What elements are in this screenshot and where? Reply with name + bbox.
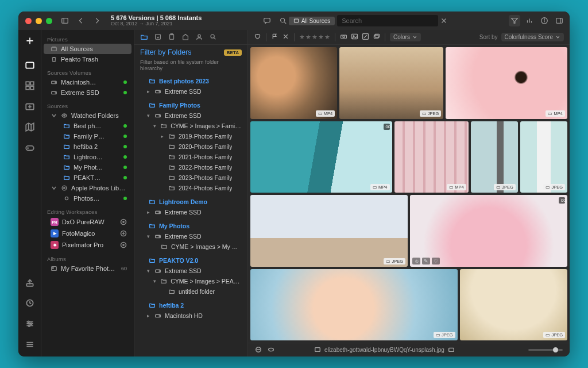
thumbnail[interactable]: ▭ MP4 [394, 121, 469, 193]
close-window-icon[interactable] [25, 18, 32, 24]
folder-tree-item[interactable]: 2022-Photos Family [138, 162, 244, 172]
rail-browse-icon[interactable] [24, 59, 36, 71]
folder-tree-item[interactable]: Family Photos [138, 100, 244, 110]
thumb-action-icons[interactable]: ⎋✎♡ [412, 258, 440, 264]
sort-field-dropdown[interactable]: Colorfulness Score [501, 33, 564, 41]
panel-right-icon[interactable] [554, 15, 565, 26]
chevron-icon[interactable]: ▸ [160, 133, 165, 139]
folder-tree-item[interactable]: 2020-Photos Family [138, 141, 244, 152]
folder-tree-item[interactable]: ▾CYME > Images > Family Photos [138, 121, 244, 131]
fullscreen-window-icon[interactable] [46, 18, 52, 24]
folder-tree-item[interactable]: 2024-Photos Family [138, 183, 244, 193]
sidebar-item[interactable]: Apple Photos Libra… [44, 183, 131, 193]
status-view2-icon[interactable] [268, 346, 274, 354]
chevron-icon[interactable]: ▾ [153, 123, 157, 129]
reject-flag-icon[interactable] [282, 33, 289, 41]
rail-settings-icon[interactable] [24, 317, 36, 330]
chevron-icon[interactable]: ▸ [146, 89, 151, 94]
thumbnail[interactable]: ▭ MP4 [250, 47, 337, 119]
folder-tree-item[interactable]: ▾Extreme SSD [138, 231, 244, 241]
thumbnail[interactable]: ▭ JPEG [339, 47, 443, 119]
folder-tree-item[interactable]: ▾Extreme SSD [138, 110, 244, 121]
status-view1-icon[interactable] [255, 346, 262, 354]
sidebar-item[interactable]: All Sources [44, 44, 131, 54]
chevron-icon[interactable]: ▾ [153, 278, 157, 284]
thumbnail[interactable]: 00:00:14⎋✎♡ [410, 195, 567, 267]
add-workspace-icon[interactable] [120, 230, 127, 237]
sidebar-item[interactable]: Watched Folders [44, 110, 131, 121]
sidebar-item[interactable]: PEAKT… [44, 172, 131, 183]
info-icon[interactable] [539, 15, 550, 26]
sidebar-item[interactable]: ◆Pixelmator Pro [44, 239, 131, 251]
chevron-icon[interactable]: ▾ [146, 268, 151, 274]
zoom-slider[interactable] [528, 349, 563, 351]
folder-tree-item[interactable]: 2023-Photos Family [138, 172, 244, 183]
add-icon[interactable] [24, 34, 36, 47]
thumbnail[interactable]: ▭ JPEG [520, 121, 567, 193]
folder-tree-item[interactable]: Best photos 2023 [138, 76, 244, 86]
chat-icon[interactable] [261, 15, 273, 26]
back-icon[interactable] [75, 15, 87, 26]
folder-tree-item[interactable]: ▾Extreme SSD [138, 266, 244, 276]
add-workspace-icon[interactable] [120, 241, 127, 248]
folder-tree-item[interactable]: untitled folder [138, 286, 244, 297]
sidebar-item[interactable]: Extreme SSD [44, 87, 131, 98]
sidebar-item[interactable]: ▶FotoMagico [44, 228, 131, 239]
stats-icon[interactable] [524, 15, 535, 26]
folder-tree-item[interactable]: Lightroom Demo [138, 197, 244, 207]
search-icon[interactable] [277, 15, 289, 26]
rail-sync-icon[interactable] [24, 297, 36, 309]
thumbnail[interactable]: ▭ JPEG [250, 195, 408, 267]
sidebar-toggle-icon[interactable] [59, 15, 71, 26]
chevron-icon[interactable]: ▸ [146, 313, 151, 319]
folder-tree-item[interactable]: My Photos [138, 221, 244, 231]
stack-icon[interactable] [373, 33, 380, 41]
fp-person-icon[interactable] [195, 33, 203, 42]
sidebar-item[interactable]: Macintosh… [44, 77, 131, 87]
rail-grid-icon[interactable] [24, 79, 36, 92]
thumbnail[interactable]: ▭ JPEG [250, 269, 458, 341]
sidebar-item[interactable]: Family P… [44, 131, 131, 141]
sidebar-item[interactable]: Peakto Trash [44, 54, 131, 64]
fp-search-icon[interactable] [209, 33, 217, 42]
fp-folder-icon[interactable] [140, 33, 148, 42]
fp-clipboard-icon[interactable] [168, 33, 176, 42]
sidebar-item[interactable]: Lightroo… [44, 152, 131, 162]
folder-tree-item[interactable]: ▾CYME > Images > PEAKTO V2.0 [138, 276, 244, 286]
image-icon[interactable] [351, 33, 358, 41]
thumbnail[interactable]: ▭ MP4 [446, 47, 567, 119]
sidebar-item[interactable]: heftiba 2 [44, 141, 131, 152]
rail-game-icon[interactable] [24, 141, 36, 154]
filter-funnel-icon[interactable] [509, 15, 520, 26]
thumbnail[interactable]: ▭ JPEG [471, 121, 518, 193]
search-scope-pill[interactable]: All Sources [289, 17, 335, 25]
chevron-icon[interactable]: ▸ [146, 209, 151, 215]
sidebar-item[interactable]: Photos… [44, 193, 131, 204]
rail-add-folder-icon[interactable] [24, 100, 36, 113]
rail-share-icon[interactable] [24, 276, 36, 289]
sidebar-item[interactable]: Best ph… [44, 121, 131, 131]
rail-map-icon[interactable] [24, 121, 36, 133]
forward-icon[interactable] [91, 15, 103, 26]
heart-icon[interactable] [254, 33, 261, 41]
rating-stars[interactable]: ★★★★★ [299, 33, 330, 41]
folder-tree-item[interactable]: CYME > Images > My Photos [138, 241, 244, 252]
folder-tree-item[interactable]: ▸Macintosh HD [138, 310, 244, 321]
folder-tree-item[interactable]: PEAKTO V2.0 [138, 255, 244, 266]
folder-tree-item[interactable]: ▸Extreme SSD [138, 207, 244, 217]
status-open-icon[interactable] [448, 346, 455, 354]
thumbnail[interactable]: 00:00:17▭ MP4 [250, 121, 392, 193]
fp-tag-icon[interactable] [181, 33, 189, 42]
chevron-icon[interactable] [51, 185, 57, 191]
chevron-icon[interactable]: ▾ [146, 113, 151, 118]
minimize-window-icon[interactable] [36, 18, 42, 24]
flag-icon[interactable] [271, 33, 278, 41]
colors-dropdown[interactable]: Colors [390, 33, 421, 41]
add-workspace-icon[interactable] [120, 218, 127, 225]
camera-icon[interactable] [340, 33, 347, 41]
folder-tree-item[interactable]: ▸Extreme SSD [138, 86, 244, 97]
edited-icon[interactable] [362, 33, 369, 41]
folder-tree-item[interactable]: 2021-Photos Family [138, 152, 244, 162]
clear-search-icon[interactable] [438, 15, 450, 26]
search-input[interactable] [337, 15, 438, 26]
